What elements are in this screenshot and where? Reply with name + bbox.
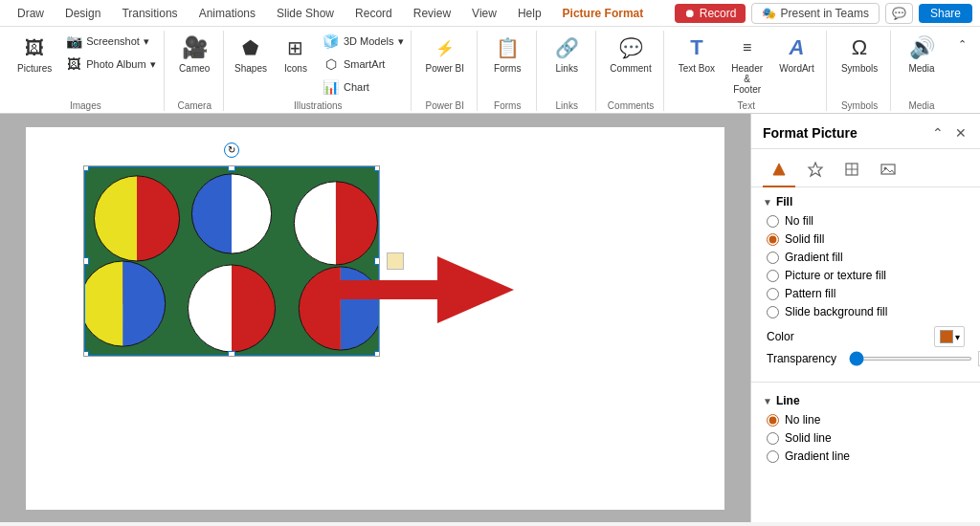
teams-icon: 🎭	[762, 7, 776, 20]
color-picker-button[interactable]: ▾	[934, 326, 965, 347]
slide-bg-fill-radio[interactable]	[767, 306, 779, 318]
gradient-line-radio[interactable]	[767, 450, 779, 463]
chart-icon: 📊	[323, 78, 340, 96]
images-group-label: Images	[70, 99, 101, 111]
tab-review[interactable]: Review	[404, 3, 460, 24]
ribbon-collapse-button[interactable]: ⌃	[952, 34, 972, 55]
chart-button[interactable]: 📊 Chart	[319, 77, 408, 98]
svg-marker-13	[323, 256, 514, 323]
screenshot-album-group: 📷 Screenshot ▾ 🖼 Photo Album ▾	[61, 31, 159, 75]
powerbi-button[interactable]: ⚡ Power BI	[420, 31, 471, 77]
tab-animations[interactable]: Animations	[189, 3, 265, 24]
no-fill-option[interactable]: No fill	[767, 214, 969, 228]
tab-view[interactable]: View	[462, 3, 506, 24]
panel-tab-picture[interactable]	[872, 157, 904, 187]
images-items: 🖼 Pictures 📷 Screenshot ▾ 🖼 Photo Album …	[11, 31, 160, 99]
gradient-line-label: Gradient line	[785, 449, 850, 463]
record-dot: ⏺	[684, 7, 696, 20]
picture-icon	[880, 161, 897, 178]
comments-button[interactable]: 💬	[885, 3, 913, 24]
tab-picture-format[interactable]: Picture Format	[553, 3, 654, 24]
cameo-button[interactable]: 🎥 Cameo	[173, 31, 215, 77]
menu-tabs: Draw Design Transitions Animations Slide…	[8, 3, 653, 24]
header-footer-button[interactable]: ≡ Header & Footer	[724, 31, 771, 99]
present-in-teams-button[interactable]: 🎭 Present in Teams	[751, 3, 880, 24]
picture-fill-radio[interactable]	[767, 270, 779, 282]
panel-collapse-button[interactable]: ⌃	[930, 123, 946, 142]
photo-album-button[interactable]: 🖼 Photo Album ▾	[61, 54, 159, 75]
tab-record[interactable]: Record	[345, 3, 402, 24]
fill-chevron: ▼	[763, 197, 772, 208]
solid-fill-radio[interactable]	[767, 233, 779, 246]
picture-fill-option[interactable]: Picture or texture fill	[767, 269, 969, 282]
panel-tab-effects[interactable]	[799, 157, 832, 187]
no-line-radio[interactable]	[767, 414, 779, 427]
icons-button[interactable]: ⊞ Icons	[277, 31, 315, 77]
rotate-handle[interactable]: ↻	[224, 142, 239, 158]
panel-header: Format Picture ⌃ ✕	[751, 114, 980, 149]
photo-album-label: Photo Album	[86, 58, 145, 70]
no-line-label: No line	[785, 413, 820, 427]
share-button[interactable]: Share	[919, 4, 972, 23]
media-button[interactable]: 🔊 Media	[902, 31, 941, 77]
panel-title: Format Picture	[763, 125, 858, 141]
fill-section-label: Fill	[776, 195, 792, 208]
panel-tab-fill[interactable]	[763, 157, 795, 187]
fill-section-header[interactable]: ▼ Fill	[763, 195, 969, 208]
gradient-fill-radio[interactable]	[767, 252, 779, 264]
gradient-fill-option[interactable]: Gradient fill	[767, 251, 969, 264]
tab-design[interactable]: Design	[56, 3, 110, 24]
tab-draw[interactable]: Draw	[8, 3, 54, 24]
panel-tabs	[751, 149, 980, 187]
tab-transitions[interactable]: Transitions	[112, 3, 187, 24]
transparency-slider[interactable]	[849, 357, 972, 361]
ribbon-tabs: Draw Design Transitions Animations Slide…	[8, 3, 653, 24]
fill-options: No fill Solid fill Gradient fill Picture…	[767, 214, 969, 318]
panel-tab-size[interactable]	[835, 157, 868, 187]
red-arrow	[323, 242, 514, 338]
line-section-header[interactable]: ▼ Line	[763, 394, 969, 407]
slide-bg-fill-option[interactable]: Slide background fill	[767, 305, 969, 318]
symbols-button[interactable]: Ω Symbols	[835, 31, 883, 77]
screenshot-icon: 📷	[65, 33, 82, 50]
record-button[interactable]: ⏺ Record	[675, 4, 746, 23]
comment-button[interactable]: 💬 Comment	[604, 31, 657, 77]
3d-models-label: 3D Models	[344, 35, 394, 47]
smartart-button[interactable]: ⬡ SmartArt	[319, 54, 408, 75]
line-section: ▼ Line No line Solid line Gradient line	[751, 386, 980, 471]
shapes-button[interactable]: ⬟ Shapes	[229, 31, 273, 77]
arrow-indicator	[323, 242, 514, 340]
panel-close-button[interactable]: ✕	[953, 123, 969, 142]
tab-help[interactable]: Help	[508, 3, 551, 24]
solid-line-option[interactable]: Solid line	[767, 431, 969, 445]
solid-fill-option[interactable]: Solid fill	[767, 232, 969, 246]
3d-models-icon: 🧊	[323, 33, 340, 50]
pictures-button[interactable]: 🖼 Pictures	[11, 31, 57, 77]
panel-header-actions: ⌃ ✕	[930, 123, 969, 142]
ribbon-group-media: 🔊 Media Media	[893, 31, 950, 111]
links-icon: 🔗	[553, 34, 580, 61]
no-fill-label: No fill	[785, 214, 813, 228]
links-button[interactable]: 🔗 Links	[547, 31, 586, 77]
screenshot-button[interactable]: 📷 Screenshot ▾	[61, 31, 159, 52]
gradient-line-option[interactable]: Gradient line	[767, 449, 969, 463]
textbox-button[interactable]: T Text Box	[674, 31, 720, 77]
tab-slideshow[interactable]: Slide Show	[267, 3, 344, 24]
3d-models-button[interactable]: 🧊 3D Models ▾	[319, 31, 408, 52]
forms-button[interactable]: 📋 Forms	[488, 31, 526, 77]
3d-smartart-chart-group: 🧊 3D Models ▾ ⬡ SmartArt 📊 Chart	[319, 31, 408, 98]
wordart-button[interactable]: A WordArt	[774, 31, 818, 77]
solid-line-radio[interactable]	[767, 432, 779, 445]
pattern-fill-option[interactable]: Pattern fill	[767, 287, 969, 300]
symbols-label: Symbols	[841, 63, 878, 74]
ribbon-group-comments: 💬 Comment Comments	[598, 31, 665, 111]
forms-icon: 📋	[494, 34, 521, 61]
pictures-label: Pictures	[17, 63, 52, 74]
no-line-option[interactable]: No line	[767, 413, 969, 427]
no-fill-radio[interactable]	[767, 215, 779, 228]
pattern-fill-radio[interactable]	[767, 288, 779, 300]
picture-fill-label: Picture or texture fill	[785, 269, 886, 282]
header-footer-label: Header & Footer	[729, 63, 766, 95]
solid-fill-label: Solid fill	[785, 232, 824, 246]
camera-group-label: Camera	[177, 99, 212, 111]
